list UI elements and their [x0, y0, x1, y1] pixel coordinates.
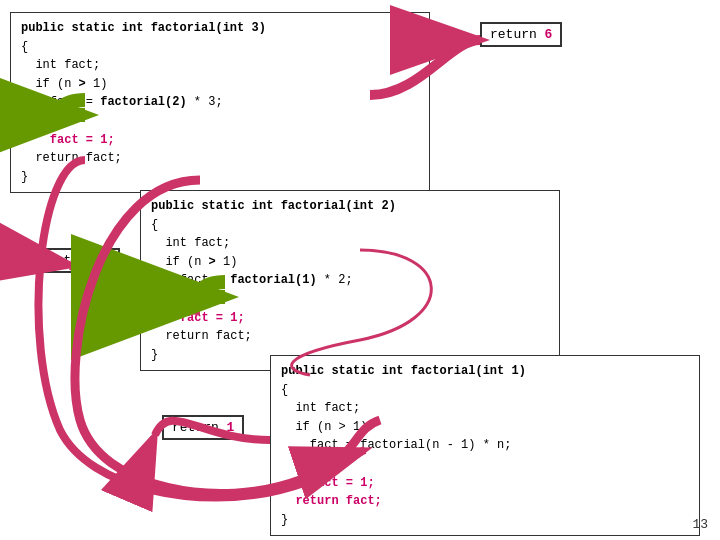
- return-2-value: 2: [103, 253, 111, 268]
- code-box-3: public static int factorial(int 1) { int…: [270, 355, 700, 536]
- return-2-label: return 2: [38, 248, 120, 273]
- return-6-label: return 6: [480, 22, 562, 47]
- return-6-value: 6: [545, 27, 553, 42]
- code-box-2: public static int factorial(int 2) { int…: [140, 190, 560, 371]
- return-1-value: 1: [227, 420, 235, 435]
- return-keyword-2: return: [48, 253, 103, 268]
- return-keyword: return: [490, 27, 545, 42]
- code-box-2-content: public static int factorial(int 2) { int…: [151, 197, 549, 364]
- return-1-label: return 1: [162, 415, 244, 440]
- return-keyword-3: return: [172, 420, 227, 435]
- code-box-1-content: public static int factorial(int 3) { int…: [21, 19, 419, 186]
- code-box-3-content: public static int factorial(int 1) { int…: [281, 362, 689, 529]
- page-number: 13: [692, 517, 708, 532]
- code-box-1: public static int factorial(int 3) { int…: [10, 12, 430, 193]
